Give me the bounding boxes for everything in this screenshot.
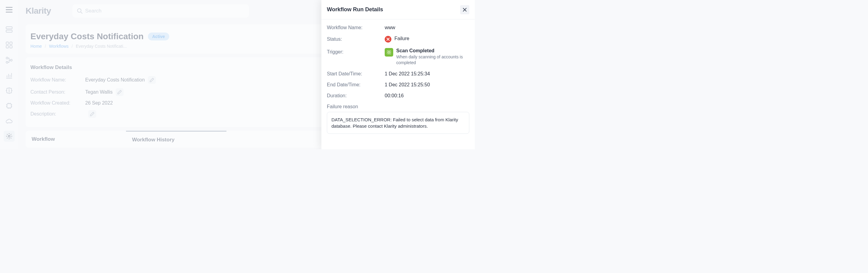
svg-rect-2 bbox=[6, 42, 8, 44]
sidebar-item-dashboard[interactable] bbox=[4, 24, 14, 35]
svg-point-8 bbox=[10, 59, 12, 61]
hamburger-icon bbox=[6, 7, 12, 12]
panel-title: Workflow Run Details bbox=[327, 6, 383, 13]
menu-toggle[interactable] bbox=[4, 4, 14, 15]
trigger-title: Scan Completed bbox=[396, 48, 469, 54]
sidebar-item-costs[interactable]: $ bbox=[4, 85, 14, 96]
label-workflow-name: Workflow Name: bbox=[30, 77, 85, 83]
label-description: Description: bbox=[30, 111, 85, 117]
panel-label-status: Status: bbox=[327, 36, 385, 42]
scan-icon bbox=[385, 48, 393, 57]
failure-message: DATA_SELECTION_ERROR: Failed to select d… bbox=[327, 112, 469, 134]
edit-name-button[interactable] bbox=[148, 76, 156, 84]
sidebar: $ bbox=[0, 0, 18, 149]
value-created: 26 Sep 2022 bbox=[85, 100, 113, 106]
sidebar-item-compute[interactable] bbox=[4, 100, 14, 111]
workflow-icon bbox=[6, 57, 12, 64]
app-logo: Klarity bbox=[26, 6, 51, 16]
failure-status-icon bbox=[385, 36, 392, 42]
search-box[interactable] bbox=[72, 4, 249, 18]
status-badge: Active bbox=[148, 33, 169, 40]
tab-workflow[interactable]: Workflow bbox=[26, 131, 126, 148]
search-icon bbox=[77, 8, 83, 14]
label-created: Workflow Created: bbox=[30, 100, 85, 106]
chip-dollar-icon: $ bbox=[6, 87, 12, 94]
value-contact: Tegan Wallis bbox=[85, 90, 113, 95]
svg-rect-3 bbox=[10, 42, 12, 44]
svg-point-6 bbox=[6, 57, 8, 59]
panel-label-failure: Failure reason bbox=[327, 104, 469, 109]
panel-label-trigger: Trigger: bbox=[327, 48, 385, 55]
svg-rect-1 bbox=[6, 30, 12, 32]
panel-value-duration: 00:00:16 bbox=[385, 93, 404, 99]
panel-label-name: Workflow Name: bbox=[327, 25, 385, 30]
close-panel-button[interactable] bbox=[460, 5, 469, 14]
svg-point-13 bbox=[77, 9, 81, 12]
breadcrumb-workflows[interactable]: Workflows bbox=[49, 44, 68, 48]
pencil-icon bbox=[90, 112, 94, 116]
breadcrumb-current: Everyday Costs Notificati... bbox=[76, 44, 127, 48]
x-icon bbox=[386, 37, 390, 41]
svg-point-17 bbox=[388, 52, 390, 53]
dashboard-icon bbox=[6, 27, 12, 33]
trigger-text: Scan Completed When daily scanning of ac… bbox=[396, 48, 469, 66]
trigger-description: When daily scanning of accounts is compl… bbox=[396, 54, 469, 66]
svg-point-7 bbox=[6, 61, 8, 63]
search-input[interactable] bbox=[85, 8, 245, 14]
panel-value-start: 1 Dec 2022 15:25:34 bbox=[385, 71, 430, 77]
svg-rect-0 bbox=[6, 27, 12, 29]
svg-text:$: $ bbox=[8, 89, 10, 93]
run-details-panel: Workflow Run Details Workflow Name: www … bbox=[321, 0, 475, 149]
svg-rect-5 bbox=[10, 45, 12, 48]
page-title: Everyday Costs Notification bbox=[30, 32, 144, 41]
sidebar-item-settings[interactable] bbox=[4, 131, 14, 142]
panel-value-end: 1 Dec 2022 15:25:50 bbox=[385, 82, 430, 88]
svg-point-12 bbox=[8, 135, 10, 137]
panel-label-end: End Date/Time: bbox=[327, 82, 385, 88]
svg-rect-4 bbox=[6, 45, 8, 48]
svg-rect-11 bbox=[7, 104, 11, 108]
pencil-icon bbox=[118, 90, 122, 94]
gear-icon bbox=[6, 133, 12, 140]
edit-description-button[interactable] bbox=[88, 110, 96, 118]
breadcrumb-home[interactable]: Home bbox=[30, 44, 42, 48]
close-icon bbox=[462, 7, 467, 12]
label-contact: Contact Person: bbox=[30, 90, 85, 95]
panel-value-name: www bbox=[385, 25, 395, 30]
sidebar-item-cloud[interactable] bbox=[4, 115, 14, 127]
pencil-icon bbox=[150, 78, 154, 82]
edit-contact-button[interactable] bbox=[116, 88, 124, 96]
grid-icon bbox=[6, 42, 12, 48]
sidebar-item-workflows[interactable] bbox=[4, 55, 14, 66]
value-workflow-name: Everyday Costs Notification bbox=[85, 77, 145, 83]
chip-icon bbox=[6, 102, 12, 109]
panel-label-duration: Duration: bbox=[327, 93, 385, 99]
panel-value-status: Failure bbox=[395, 36, 409, 41]
chart-icon bbox=[6, 72, 12, 79]
panel-label-start: Start Date/Time: bbox=[327, 71, 385, 77]
sidebar-item-analytics[interactable] bbox=[4, 70, 14, 81]
cloud-icon bbox=[5, 118, 13, 124]
svg-rect-16 bbox=[387, 50, 391, 54]
tab-workflow-history[interactable]: Workflow History bbox=[126, 131, 226, 148]
sidebar-item-apps[interactable] bbox=[4, 39, 14, 50]
